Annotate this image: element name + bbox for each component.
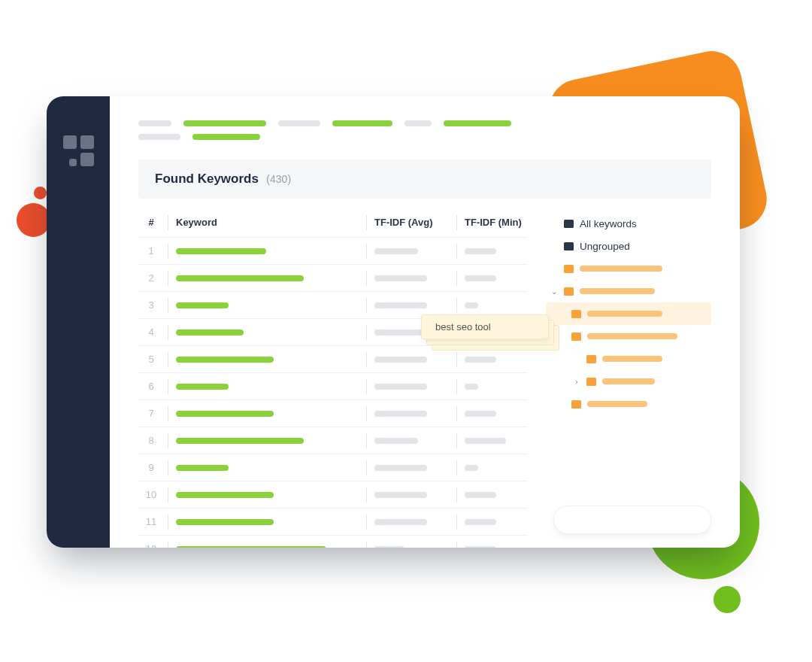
panel-count: (430): [266, 173, 291, 185]
keyword-skeleton: [176, 546, 326, 548]
table-row[interactable]: 1: [138, 238, 528, 265]
table-row[interactable]: 12: [138, 536, 528, 548]
row-index: 10: [138, 489, 164, 500]
breadcrumb-skeleton: [183, 120, 266, 126]
tfidf-avg-skeleton: [374, 411, 427, 417]
drag-tooltip-stack: best seo tool: [421, 314, 549, 339]
decor-red-circle-large: [17, 203, 50, 237]
table-row[interactable]: 6: [138, 373, 528, 400]
folder-icon: [571, 333, 581, 341]
keyword-skeleton: [176, 384, 229, 390]
breadcrumb-row-1: [138, 120, 711, 126]
folder-icon: [564, 220, 574, 228]
tfidf-min-skeleton: [465, 248, 496, 254]
decor-green-circle-small: [714, 586, 741, 613]
chevron-right-icon[interactable]: ›: [573, 378, 580, 386]
row-index: 4: [138, 326, 164, 338]
keyword-skeleton: [176, 329, 244, 336]
keyword-skeleton: [176, 248, 266, 254]
tfidf-min-skeleton: [465, 411, 496, 417]
row-index: 6: [138, 381, 164, 392]
keyword-skeleton: [176, 302, 229, 308]
col-header-tfidf-avg: TF-IDF (Avg): [370, 217, 453, 228]
keyword-group-item[interactable]: [546, 257, 711, 280]
keywords-table: # Keyword TF-IDF (Avg) TF-IDF (Min) 1234…: [138, 208, 528, 548]
table-row[interactable]: 7: [138, 400, 528, 427]
table-row[interactable]: 8: [138, 427, 528, 454]
row-index: 3: [138, 299, 164, 311]
tooltip-text: best seo tool: [435, 321, 491, 333]
tfidf-avg-skeleton: [374, 546, 404, 548]
group-label-skeleton: [587, 333, 677, 339]
col-header-tfidf-min: TF-IDF (Min): [460, 217, 528, 228]
breadcrumb-skeleton: [138, 134, 180, 140]
table-row[interactable]: 9: [138, 454, 528, 481]
breadcrumb-skeleton: [138, 120, 171, 126]
nav-rail: [47, 96, 110, 548]
keyword-skeleton: [176, 357, 274, 363]
tfidf-min-skeleton: [465, 492, 496, 498]
nav-grid-icon[interactable]: [63, 135, 94, 548]
table-row[interactable]: 2: [138, 265, 528, 292]
row-index: 7: [138, 408, 164, 419]
tfidf-avg-skeleton: [374, 438, 418, 444]
drag-tooltip[interactable]: best seo tool: [421, 314, 549, 339]
row-index: 1: [138, 245, 164, 257]
table-row[interactable]: 11: [138, 509, 528, 536]
panel-title: Found Keywords: [155, 172, 259, 186]
breadcrumb-skeleton: [278, 120, 320, 126]
group-label: All keywords: [580, 218, 637, 229]
table-header-row: # Keyword TF-IDF (Avg) TF-IDF (Min): [138, 208, 528, 238]
tfidf-avg-skeleton: [374, 275, 427, 281]
group-label-skeleton: [602, 356, 662, 362]
tfidf-min-skeleton: [465, 302, 478, 308]
tfidf-avg-skeleton: [374, 465, 427, 471]
tfidf-avg-skeleton: [374, 492, 427, 498]
breadcrumb-skeleton: [332, 120, 392, 126]
tfidf-avg-skeleton: [374, 302, 427, 308]
chevron-down-icon[interactable]: ⌄: [550, 287, 558, 296]
col-header-index: #: [138, 217, 164, 228]
col-header-keyword: Keyword: [171, 217, 362, 228]
app-window: Found Keywords (430) # Keyword TF-IDF (A…: [47, 96, 740, 548]
group-all-keywords[interactable]: All keywords: [546, 212, 711, 235]
decor-red-circle-small: [34, 187, 47, 199]
keyword-group-item[interactable]: [546, 325, 711, 348]
row-index: 5: [138, 354, 164, 365]
row-index: 12: [138, 543, 164, 548]
group-label-skeleton: [587, 311, 662, 317]
breadcrumb-row-2: [138, 134, 711, 140]
keyword-skeleton: [176, 519, 274, 525]
row-index: 11: [138, 516, 164, 527]
row-index: 9: [138, 462, 164, 473]
panel-header: Found Keywords (430): [138, 159, 711, 199]
folder-icon: [571, 310, 581, 318]
keyword-skeleton: [176, 275, 304, 281]
breadcrumb-skeleton: [192, 134, 260, 140]
tfidf-avg-skeleton: [374, 519, 427, 525]
keyword-group-item[interactable]: ⌄: [546, 280, 711, 302]
keyword-group-item[interactable]: [546, 348, 711, 370]
folder-icon: [586, 378, 596, 386]
floating-action-button[interactable]: [553, 506, 711, 534]
keyword-group-item[interactable]: [546, 302, 711, 325]
tfidf-min-skeleton: [465, 438, 506, 444]
row-index: 2: [138, 272, 164, 284]
tfidf-min-skeleton: [465, 384, 478, 390]
keyword-group-item[interactable]: ›: [546, 370, 711, 393]
row-index: 8: [138, 435, 164, 446]
group-label-skeleton: [580, 288, 655, 294]
breadcrumb-skeleton: [404, 120, 432, 126]
tfidf-avg-skeleton: [374, 384, 427, 390]
table-row[interactable]: 10: [138, 481, 528, 509]
tfidf-avg-skeleton: [374, 248, 418, 254]
keyword-group-item[interactable]: [546, 393, 711, 415]
keyword-skeleton: [176, 411, 274, 417]
group-label: Ungrouped: [580, 241, 630, 252]
tfidf-min-skeleton: [465, 275, 496, 281]
group-ungrouped[interactable]: Ungrouped: [546, 235, 711, 257]
tfidf-min-skeleton: [465, 357, 496, 363]
tfidf-min-skeleton: [465, 546, 496, 548]
keyword-groups-panel: All keywords Ungrouped ⌄›: [546, 208, 711, 548]
folder-icon: [564, 265, 574, 273]
